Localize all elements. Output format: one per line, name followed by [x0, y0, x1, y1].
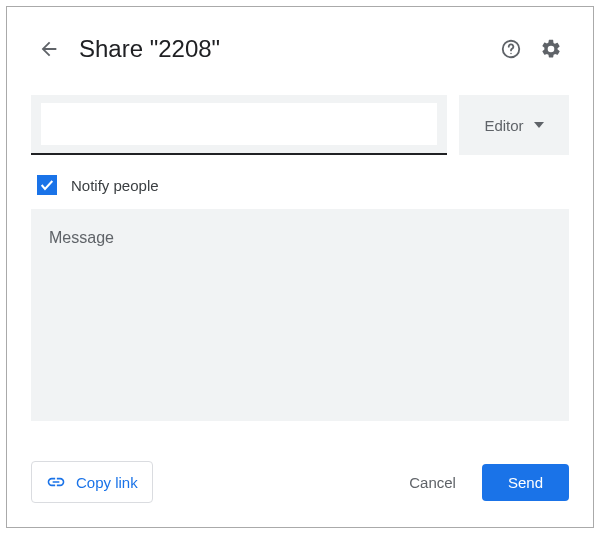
- role-selected-label: Editor: [484, 117, 523, 134]
- copy-link-button[interactable]: Copy link: [31, 461, 153, 503]
- notify-checkbox[interactable]: [37, 175, 57, 195]
- dialog-title: Share "2208": [79, 35, 493, 63]
- message-textarea[interactable]: [47, 227, 553, 403]
- recipient-row: Editor: [31, 95, 569, 155]
- send-button[interactable]: Send: [482, 464, 569, 501]
- role-dropdown[interactable]: Editor: [459, 95, 569, 155]
- gear-icon: [540, 38, 562, 60]
- header-actions: [493, 31, 569, 67]
- dialog-footer: Copy link Cancel Send: [31, 461, 569, 503]
- link-icon: [46, 472, 66, 492]
- check-icon: [39, 177, 55, 193]
- svg-point-1: [510, 53, 511, 54]
- notify-row: Notify people: [37, 175, 569, 195]
- settings-button[interactable]: [533, 31, 569, 67]
- share-dialog: Share "2208" Editor Notify people: [6, 6, 594, 528]
- help-icon: [500, 38, 522, 60]
- message-container: [31, 209, 569, 421]
- cancel-button[interactable]: Cancel: [391, 464, 474, 501]
- notify-label: Notify people: [71, 177, 159, 194]
- help-button[interactable]: [493, 31, 529, 67]
- back-button[interactable]: [31, 31, 67, 67]
- chevron-down-icon: [534, 122, 544, 128]
- arrow-left-icon: [38, 38, 60, 60]
- copy-link-label: Copy link: [76, 474, 138, 491]
- dialog-header: Share "2208": [31, 31, 569, 67]
- people-input-container: [31, 95, 447, 155]
- people-input[interactable]: [41, 103, 437, 145]
